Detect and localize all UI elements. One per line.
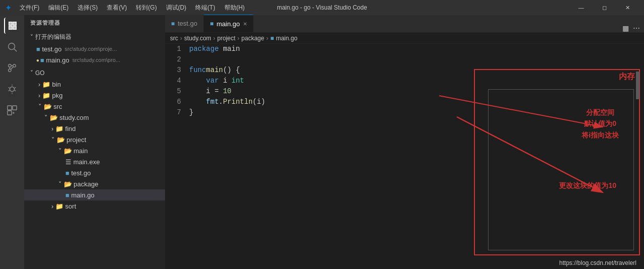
- svg-line-11: [11, 67, 14, 70]
- chevron-down-icon: ˅: [58, 147, 62, 155]
- tree-studycom[interactable]: ˅ 📂 study.com: [24, 112, 165, 123]
- breadcrumb: src › study.com › project › package › ■ …: [165, 33, 644, 44]
- tree-find[interactable]: › 📁 find: [24, 123, 165, 134]
- go-tab-icon: ■: [210, 20, 213, 27]
- code-line-3: func main() {: [189, 65, 644, 76]
- go-breadcrumb-icon: ■: [270, 35, 274, 42]
- exe-icon: ☰: [65, 158, 71, 166]
- code-content[interactable]: package main func main() { var i int i =…: [185, 44, 644, 269]
- folder-icon: 📁: [55, 203, 63, 210]
- go-file-icon: ■: [40, 56, 44, 64]
- split-editor-icon[interactable]: ▦: [622, 24, 629, 32]
- svg-rect-14: [13, 106, 17, 110]
- chevron-down-icon: ˅: [30, 70, 33, 77]
- breadcrumb-studycom[interactable]: study.com: [184, 35, 211, 42]
- code-line-1: package main: [189, 44, 644, 54]
- line-numbers: 1 2 3 4 5 6 7: [165, 44, 185, 269]
- tree-testgo[interactable]: ■ test.go: [24, 167, 165, 178]
- minimize-button[interactable]: —: [570, 0, 593, 15]
- main-layout: 资源管理器 ˅ 打开的编辑器 ■ test.go src\study.com\p…: [0, 15, 644, 269]
- svg-point-4: [9, 43, 15, 50]
- titlebar-menu: 文件(F) 编辑(E) 选择(S) 查看(V) 转到(G) 调试(D) 终端(T…: [16, 3, 249, 13]
- folder-icon: 📁: [42, 92, 50, 99]
- tree-mainexe[interactable]: ☰ main.exe: [24, 156, 165, 167]
- titlebar: ✦ 文件(F) 编辑(E) 选择(S) 查看(V) 转到(G) 调试(D) 终端…: [0, 0, 644, 15]
- menu-help[interactable]: 帮助(H): [220, 3, 249, 13]
- svg-point-8: [9, 69, 12, 72]
- tree-sort[interactable]: › 📁 sort: [24, 200, 165, 212]
- folder-icon: 📁: [42, 81, 50, 88]
- titlebar-left: ✦ 文件(F) 编辑(E) 选择(S) 查看(V) 转到(G) 调试(D) 终端…: [5, 3, 249, 13]
- code-editor[interactable]: 1 2 3 4 5 6 7 package main func main() {: [165, 44, 644, 269]
- menu-view[interactable]: 查看(V): [103, 3, 131, 13]
- tab-maingo[interactable]: ■ main.go ✕: [204, 15, 254, 32]
- breadcrumb-project[interactable]: project: [217, 35, 235, 42]
- activity-bar: [0, 15, 24, 269]
- open-file-main[interactable]: ● ■ main.go src\study.com\pro...: [24, 54, 165, 65]
- menu-select[interactable]: 选择(S): [73, 3, 102, 13]
- tree-bin[interactable]: › 📁 bin: [24, 79, 165, 90]
- svg-rect-13: [8, 111, 12, 115]
- more-actions-icon[interactable]: ⋯: [633, 24, 640, 32]
- folder-open-icon: 📂: [44, 103, 52, 110]
- go-file-icon: ■: [65, 191, 69, 199]
- menu-terminal[interactable]: 终端(T): [191, 3, 219, 13]
- sidebar: 资源管理器 ˅ 打开的编辑器 ■ test.go src\study.com\p…: [24, 15, 165, 269]
- window-title: main.go - go - Visual Studio Code: [277, 4, 367, 11]
- extensions-icon[interactable]: [4, 102, 20, 118]
- tree-pkg[interactable]: › 📁 pkg: [24, 90, 165, 101]
- svg-rect-15: [8, 106, 12, 110]
- window-controls: — ◻ ✕: [570, 0, 639, 15]
- menu-file[interactable]: 文件(F): [16, 3, 43, 13]
- code-line-2: [189, 54, 644, 65]
- maximize-button[interactable]: ◻: [593, 0, 616, 15]
- folder-open-icon: 📂: [57, 136, 65, 144]
- tree-maingo[interactable]: ■ main.go: [24, 189, 165, 200]
- tree-package[interactable]: ˅ 📂 package: [24, 178, 165, 189]
- chevron-right-icon: ›: [51, 203, 53, 210]
- breadcrumb-sep: ›: [237, 35, 239, 42]
- chevron-right-icon: ›: [38, 92, 40, 99]
- folder-open-icon: 📂: [50, 114, 58, 121]
- tab-close-button[interactable]: ✕: [243, 21, 247, 27]
- menu-debug[interactable]: 调试(D): [162, 3, 191, 13]
- search-icon[interactable]: [4, 39, 20, 55]
- svg-point-6: [9, 64, 12, 68]
- menu-edit[interactable]: 编辑(E): [44, 3, 72, 13]
- chevron-down-icon: ˅: [38, 103, 42, 110]
- debug-icon[interactable]: [4, 81, 20, 97]
- tree-project[interactable]: ˅ 📂 project: [24, 134, 165, 145]
- tab-testgo[interactable]: ■ test.go: [165, 15, 204, 32]
- breadcrumb-sep: ›: [180, 35, 182, 42]
- breadcrumb-sep: ›: [266, 35, 268, 42]
- svg-point-7: [13, 64, 16, 68]
- go-file-icon: ■: [36, 45, 40, 53]
- tree-main-folder[interactable]: ˅ 📂 main: [24, 145, 165, 156]
- open-editors-section[interactable]: ˅ 打开的编辑器: [24, 31, 165, 43]
- sidebar-header: 资源管理器: [24, 15, 165, 31]
- breadcrumb-src[interactable]: src: [170, 35, 178, 42]
- close-button[interactable]: ✕: [616, 0, 639, 15]
- go-section[interactable]: ˅ GO: [24, 68, 165, 79]
- folder-open-icon: 📂: [64, 180, 72, 188]
- tree-src[interactable]: ˅ 📂 src: [24, 101, 165, 112]
- folder-open-icon: 📂: [64, 147, 72, 155]
- breadcrumb-maingo[interactable]: main.go: [276, 35, 297, 42]
- vscode-logo: ✦: [5, 3, 12, 13]
- go-file-icon: ■: [65, 169, 69, 177]
- chevron-right-icon: ›: [38, 81, 40, 88]
- chevron-down-icon: ˅: [44, 114, 48, 121]
- go-tab-icon: ■: [171, 20, 175, 27]
- breadcrumb-sep: ›: [213, 35, 215, 42]
- chevron-down-icon: ˅: [51, 136, 55, 144]
- menu-goto[interactable]: 转到(G): [132, 3, 160, 13]
- folder-icon: 📁: [55, 125, 63, 132]
- open-file-test[interactable]: ■ test.go src\study.com\proje...: [24, 43, 165, 54]
- breadcrumb-package[interactable]: package: [242, 35, 264, 42]
- svg-point-12: [10, 87, 14, 91]
- source-control-icon[interactable]: [4, 60, 20, 76]
- explorer-icon[interactable]: [4, 18, 20, 34]
- modified-indicator: ●: [36, 57, 39, 63]
- editor-area: ■ test.go ■ main.go ✕ ▦ ⋯ src › study.co…: [165, 15, 644, 269]
- chevron-down-icon: ˅: [30, 34, 33, 41]
